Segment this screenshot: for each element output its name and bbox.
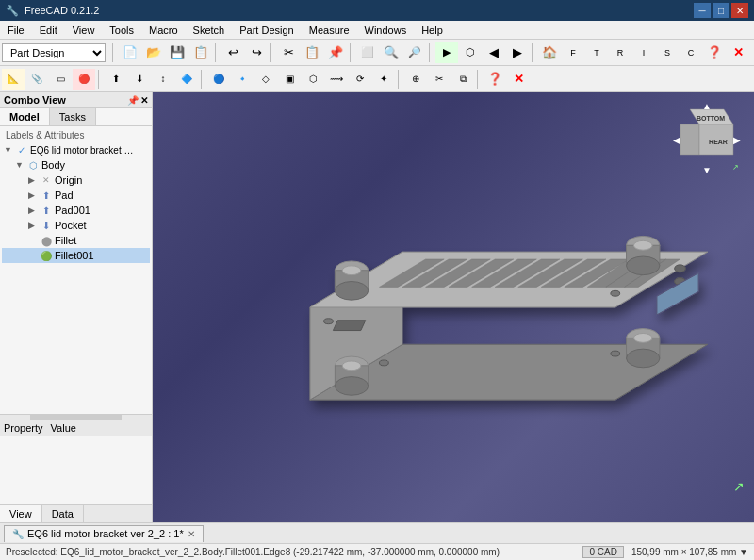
pocket-button[interactable]: ⬇ <box>128 69 151 90</box>
fillet-icon: ⬤ <box>40 234 53 247</box>
mirrored-button[interactable]: ⬡ <box>302 69 324 90</box>
navigation-cube[interactable]: BOTTOM REAR ▲ ▼ ◀ ▶ ↗ <box>669 102 745 177</box>
view-top-button[interactable]: T <box>585 42 608 63</box>
3d-viewport[interactable]: BOTTOM REAR ▲ ▼ ◀ ▶ ↗ <box>153 92 754 522</box>
statusbar: Preselected: EQ6_lid_motor_bracket_ver_2… <box>0 543 754 560</box>
menu-view[interactable]: View <box>65 21 103 39</box>
zoom-fit-button[interactable]: ⬜ <box>356 42 379 63</box>
multi-transform-button[interactable]: ✦ <box>372 69 395 90</box>
zoom-out-button[interactable]: 🔎 <box>403 42 426 63</box>
left-tab-data[interactable]: Data <box>42 505 84 522</box>
draw-style-button[interactable]: ⬡ <box>459 42 482 63</box>
tree-item-origin-label: Origin <box>55 174 82 186</box>
tb2-help-button[interactable]: ❓ <box>484 69 506 90</box>
zoom-in-button[interactable]: 🔍 <box>380 42 402 63</box>
chamfer-button[interactable]: 🔹 <box>231 69 254 90</box>
tree-item-pocket[interactable]: ▶ ⬇ Pocket <box>2 218 150 233</box>
attach-sketch-button[interactable]: 📎 <box>25 69 48 90</box>
save-button[interactable]: 💾 <box>166 42 188 63</box>
view-front-button[interactable]: F <box>562 42 584 63</box>
bool-op-button[interactable]: ⊕ <box>404 69 427 90</box>
menu-edit[interactable]: Edit <box>32 21 65 39</box>
svg-point-27 <box>335 282 368 301</box>
tab-tasks[interactable]: Tasks <box>50 108 96 125</box>
close-button[interactable]: ✕ <box>731 3 748 18</box>
draft-button[interactable]: ◇ <box>254 69 277 90</box>
stereo-button[interactable]: S <box>656 42 679 63</box>
redo-button[interactable]: ↪ <box>245 42 268 63</box>
polar-pattern-button[interactable]: ⟳ <box>349 69 371 90</box>
menubar: File Edit View Tools Macro Sketch Part D… <box>0 21 754 40</box>
menu-help[interactable]: Help <box>414 21 451 39</box>
new-file-button[interactable]: 📄 <box>119 42 141 63</box>
menu-file[interactable]: File <box>0 21 32 39</box>
pad-rev-button[interactable]: ↕ <box>152 69 174 90</box>
doc-tab-active[interactable]: 🔧 EQ6 lid motor bracket ver 2_2 : 1* ✕ <box>4 525 204 542</box>
clipping-button[interactable]: C <box>680 42 702 63</box>
menu-measure[interactable]: Measure <box>302 21 357 39</box>
svg-text:▲: ▲ <box>702 102 712 111</box>
help-tb-button[interactable]: ❓ <box>703 42 726 63</box>
dimensions-text[interactable]: 150,99 mm × 107,85 mm ▼ <box>631 547 748 557</box>
menu-tools[interactable]: Tools <box>102 21 141 39</box>
minimize-button[interactable]: ─ <box>694 3 711 18</box>
tree-item-pad[interactable]: ▶ ⬆ Pad <box>2 188 150 203</box>
pin-icon[interactable]: 📌 <box>127 95 139 106</box>
fillet-button[interactable]: 🔵 <box>207 69 230 90</box>
view-iso-button[interactable]: I <box>632 42 655 63</box>
view-home-button[interactable]: 🏠 <box>538 42 561 63</box>
left-tab-view[interactable]: View <box>0 505 42 522</box>
maximize-button[interactable]: □ <box>713 3 729 18</box>
tree-item-pad001[interactable]: ▶ ⬆ Pad001 <box>2 203 150 218</box>
workbench-selector[interactable]: Part Design <box>2 43 106 62</box>
combo-title: Combo View <box>4 94 66 106</box>
view-right-button[interactable]: R <box>609 42 631 63</box>
toolbar2: 📐 📎 ▭ 🔴 ⬆ ⬇ ↕ 🔷 🔵 🔹 ◇ ▣ ⬡ ⟿ ⟳ ✦ ⊕ ✂ ⧉ ❓ … <box>0 66 754 92</box>
toolbar-sep6 <box>532 43 535 62</box>
view-3d-button[interactable]: ▶ <box>435 42 458 63</box>
paste-button[interactable]: 📌 <box>324 42 347 63</box>
nav-left-button[interactable]: ◀ <box>483 42 505 63</box>
lin-pattern-button[interactable]: ⟿ <box>325 69 348 90</box>
doc-tab-close[interactable]: ✕ <box>188 529 195 539</box>
svg-point-28 <box>342 266 361 275</box>
tree-item-fillet001[interactable]: 🟢 Fillet001 <box>2 248 150 263</box>
clone-button[interactable]: ⧉ <box>451 69 474 90</box>
undo-button[interactable]: ↩ <box>221 42 244 63</box>
titlebar: 🔧 FreeCAD 0.21.2 ─ □ ✕ <box>0 0 754 21</box>
cut-button[interactable]: ✂ <box>277 42 300 63</box>
menu-sketch[interactable]: Sketch <box>186 21 233 39</box>
tree-item-root-label: EQ6 lid motor bracket ver <box>30 145 134 156</box>
tb2-sep1 <box>98 70 102 89</box>
combo-close-icon[interactable]: ✕ <box>140 95 148 106</box>
svg-point-32 <box>633 240 652 250</box>
menu-part-design[interactable]: Part Design <box>232 21 301 39</box>
thickness-button[interactable]: ▣ <box>278 69 301 90</box>
sketch-new-button[interactable]: 📐 <box>2 69 25 90</box>
datum-plane-button[interactable]: ▭ <box>49 69 72 90</box>
tree-item-origin[interactable]: ▶ ✕ Origin <box>2 173 150 188</box>
tree-item-fillet[interactable]: ⬤ Fillet <box>2 233 150 248</box>
tree-item-body-label: Body <box>41 159 65 171</box>
part-section-button[interactable]: ✂ <box>428 69 451 90</box>
svg-point-44 <box>324 319 334 324</box>
loft-button[interactable]: 🔷 <box>175 69 198 90</box>
prop-col2: Value <box>51 422 76 434</box>
nav-right-button[interactable]: ▶ <box>506 42 529 63</box>
body-button[interactable]: 🔴 <box>73 69 95 90</box>
pad-button[interactable]: ⬆ <box>105 69 127 90</box>
open-button[interactable]: 📂 <box>142 42 165 63</box>
save-as-button[interactable]: 📋 <box>189 42 212 63</box>
tab-model[interactable]: Model <box>0 108 50 125</box>
menu-windows[interactable]: Windows <box>357 21 415 39</box>
tree-item-body[interactable]: ▼ ⬡ Body <box>2 157 150 173</box>
statusbar-right: 0 CAD 150,99 mm × 107,85 mm ▼ <box>582 546 748 558</box>
copy-button[interactable]: 📋 <box>301 42 323 63</box>
close-tb-button[interactable]: ✕ <box>727 42 749 63</box>
left-bottom-tabs: View Data <box>0 504 152 522</box>
app-title: FreeCAD 0.21.2 <box>25 5 99 16</box>
tb2-close-button[interactable]: ✕ <box>507 69 530 90</box>
svg-text:BOTTOM: BOTTOM <box>697 115 725 122</box>
tree-item-root[interactable]: ▼ ✓ EQ6 lid motor bracket ver <box>2 142 150 157</box>
menu-macro[interactable]: Macro <box>141 21 186 39</box>
